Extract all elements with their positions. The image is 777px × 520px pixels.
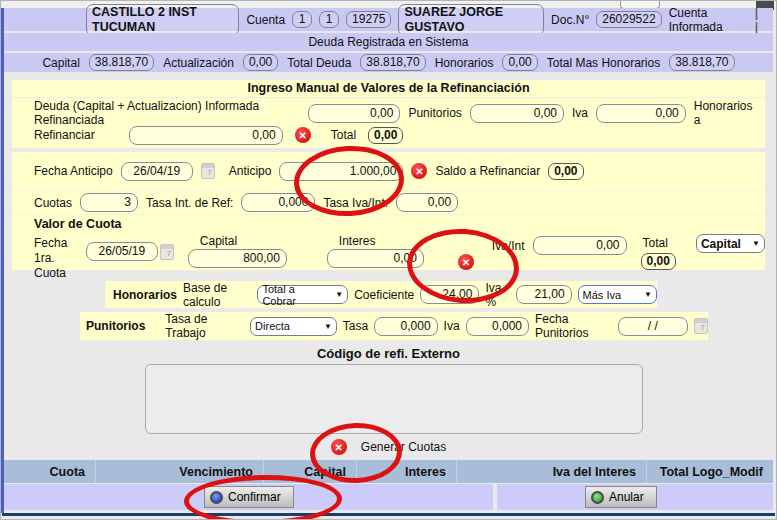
error-icon-honorarios[interactable]: ✕ <box>295 127 311 143</box>
cuenta-field-1[interactable]: 1 <box>292 11 312 28</box>
col-vencimiento: Vencimiento <box>96 460 264 483</box>
base-calculo-label: Base de calculo <box>183 281 251 309</box>
error-icon-cuota[interactable]: ✕ <box>458 254 474 270</box>
col-capital: Capital <box>264 460 357 483</box>
punitorios-tasa-label: Tasa <box>343 319 368 333</box>
footer-navy-line <box>2 513 775 516</box>
iva-int-field[interactable]: 0,00 <box>533 236 627 255</box>
anular-button[interactable]: Anular <box>585 486 657 508</box>
quota-table-header: Cuota Vencimiento Capital Interes Iva de… <box>4 460 773 483</box>
tasa-trabajo-select[interactable]: Directa▼ <box>250 317 337 336</box>
account-name: CASTILLO 2 INST TUCUMAN <box>86 4 239 36</box>
punitorios-label: Punitorios <box>408 106 461 120</box>
iva-field[interactable]: 0,00 <box>596 104 686 123</box>
chevron-down-icon: ▼ <box>752 239 760 248</box>
refinance-panel-title: Ingreso Manual de Valores de la Refinanc… <box>12 80 765 98</box>
refinanciar-label: Refinanciar <box>34 128 95 142</box>
punitorios-band: Punitorios Tasa de Trabajo Directa▼ Tasa… <box>80 312 708 340</box>
tasa-int-label: Tasa Int. de Ref: <box>146 196 233 210</box>
client-name: SUAREZ JORGE GUSTAVO <box>398 4 544 36</box>
actualizacion-value: 0,00 <box>243 54 278 71</box>
tasa-int-field[interactable]: 0,000 <box>241 193 315 212</box>
total-refinanciacion-value: 0,00 <box>368 127 403 144</box>
punitorios-iva-field[interactable]: 0,000 <box>466 317 529 336</box>
cuota-capital-field[interactable]: 800,00 <box>188 249 287 268</box>
fecha-1ra-cuota-label: Fecha 1ra. Cuota <box>34 236 80 281</box>
tipo-cuota-select[interactable]: Capital▼ <box>696 234 765 253</box>
punitorios-tasa-field[interactable]: 0,000 <box>374 317 437 336</box>
cancel-radio-icon <box>591 491 604 504</box>
valor-cuota-row: Fecha 1ra. Cuota 26/05/19 7 Capital 800,… <box>12 232 765 281</box>
doc-number-field[interactable]: 26029522 <box>596 11 661 28</box>
capital-value: 38.818,70 <box>89 54 154 71</box>
cuenta-label: Cuenta <box>246 13 285 27</box>
col-interes: Interes <box>357 460 457 483</box>
calendar-icon-punitorios[interactable]: 7 <box>694 318 708 334</box>
deuda-informada-label: Deuda (Capital + Actualizacion) Informad… <box>34 99 300 127</box>
fecha-anticipo-field[interactable]: 26/04/19 <box>121 162 193 181</box>
generar-cuotas-row: ✕ Generar Cuotas <box>0 439 777 455</box>
cuenta-informada-pipes: | | <box>755 6 773 34</box>
cuota-capital-label: Capital <box>188 234 237 248</box>
honorarios-value: 0,00 <box>502 54 537 71</box>
error-icon-generar[interactable]: ✕ <box>331 439 347 455</box>
anticipo-field[interactable]: 1.000,00 <box>279 162 403 181</box>
coeficiente-field[interactable]: 24,00 <box>420 285 479 304</box>
total-refinanciacion-label: Total <box>331 128 356 142</box>
tasa-iva-label: Tasa Iva/Int. <box>323 196 388 210</box>
cuenta-number-field[interactable]: 19275 <box>346 11 391 28</box>
iva-int-label: Iva/Int <box>492 239 525 253</box>
total-deuda-value: 38.818,70 <box>360 54 425 71</box>
refinance-panel: Ingreso Manual de Valores de la Refinanc… <box>12 80 765 270</box>
honorarios-refinanciar-field[interactable]: 0,00 <box>129 126 283 145</box>
tasa-trabajo-label: Tasa de Trabajo <box>165 312 238 340</box>
chevron-down-icon: ▼ <box>324 322 332 331</box>
punitorios-field[interactable]: 0,00 <box>470 104 564 123</box>
cuota-total-value: 0,00 <box>641 253 676 270</box>
saldo-refinanciar-value: 0,00 <box>548 163 583 180</box>
codigo-externo-title: Código de refi. Externo <box>0 346 777 361</box>
honorarios-label: Honorarios <box>435 56 494 70</box>
punitorios-iva-label: Iva <box>444 319 460 333</box>
cuota-interes-field[interactable]: 0,00 <box>327 249 424 268</box>
deuda-informada-field[interactable]: 0,00 <box>308 104 400 123</box>
confirmar-button[interactable]: Confirmar <box>204 486 294 508</box>
actualizacion-label: Actualización <box>163 56 234 70</box>
cuotas-row: Cuotas 3 Tasa Int. de Ref: 0,000 Tasa Iv… <box>12 191 765 214</box>
calendar-icon-1ra-cuota[interactable]: 7 <box>160 244 174 260</box>
anticipo-row: Fecha Anticipo 26/04/19 7 Anticipo 1.000… <box>12 152 765 190</box>
anticipo-label: Anticipo <box>229 164 272 178</box>
honorarios-a-label: Honorarios a <box>694 99 755 127</box>
tasa-iva-field[interactable]: 0,00 <box>396 193 458 212</box>
coeficiente-label: Coeficiente <box>354 288 414 302</box>
codigo-externo-textarea[interactable] <box>145 364 643 434</box>
chevron-down-icon: ▼ <box>335 290 343 299</box>
left-border-line <box>1 8 4 513</box>
deuda-informada-block: Deuda (Capital + Actualizacion) Informad… <box>12 98 765 148</box>
col-iva-del-interes: Iva del Interes <box>457 460 647 483</box>
account-header-bar: CASTILLO 2 INST TUCUMAN Cuenta 1 1 19275… <box>4 8 773 31</box>
total-mas-honorarios-value: 38.818,70 <box>669 54 734 71</box>
fecha-punitorios-field[interactable]: / / <box>618 317 688 336</box>
cuota-interes-label: Interes <box>327 234 376 248</box>
calendar-icon-anticipo[interactable]: 7 <box>201 163 215 179</box>
doc-label: Doc.N° <box>551 13 589 27</box>
total-deuda-label: Total Deuda <box>287 56 351 70</box>
punitorios-title: Punitorios <box>86 319 145 333</box>
cuotas-field[interactable]: 3 <box>80 193 138 212</box>
modo-iva-select[interactable]: Más Iva▼ <box>578 285 657 304</box>
cuenta-field-2[interactable]: 1 <box>319 11 339 28</box>
iva-pct-field[interactable]: 21,00 <box>516 285 572 304</box>
chevron-down-icon: ▼ <box>644 290 652 299</box>
saldo-refinanciar-label: Saldo a Refinanciar <box>435 164 540 178</box>
error-icon-anticipo[interactable]: ✕ <box>411 163 427 179</box>
base-calculo-select[interactable]: Total a Cobrar▼ <box>257 285 348 304</box>
fecha-anticipo-label: Fecha Anticipo <box>34 164 113 178</box>
capital-label: Capital <box>42 56 79 70</box>
cuotas-label: Cuotas <box>34 196 72 210</box>
valor-cuota-title: Valor de Cuota <box>12 215 765 232</box>
system-debt-title: Deuda Registrada en Sistema <box>308 35 468 49</box>
cuenta-informada-label: Cuenta Informada <box>669 6 748 34</box>
fecha-1ra-cuota-field[interactable]: 26/05/19 <box>86 242 158 261</box>
total-mas-honorarios-label: Total Mas Honorarios <box>547 56 660 70</box>
